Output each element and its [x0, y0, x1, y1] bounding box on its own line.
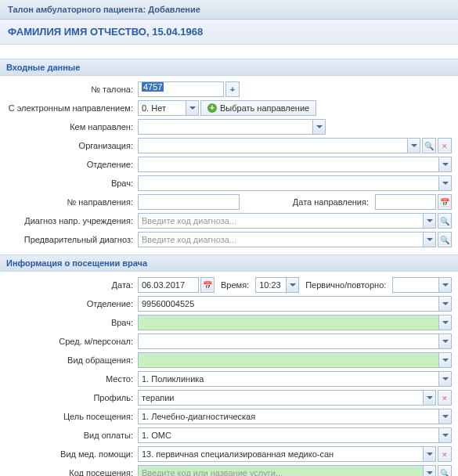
- select-direction-button[interactable]: +Выбрать направление: [200, 100, 316, 116]
- section-input-data-body: № талона: 4757 + С электронным направлен…: [0, 76, 458, 254]
- section-input-data-header: Входные данные: [0, 59, 458, 76]
- payment-select[interactable]: 1. ОМС: [138, 427, 452, 443]
- section-visit-info-header: Информация о посещении врача: [0, 254, 458, 272]
- time-label: Время:: [216, 280, 254, 290]
- search-icon: [424, 141, 434, 150]
- visit-type-label: Вид обращения:: [6, 355, 138, 365]
- add-talon-button[interactable]: +: [225, 81, 240, 97]
- section-visit-info-body: Дата: Время: 10:23 Первично/повторно: От…: [0, 272, 458, 476]
- date-label: Дата:: [6, 280, 138, 290]
- clear-icon: [442, 393, 448, 402]
- diag-inst-label: Диагноз напр. учреждения:: [6, 216, 138, 225]
- date-input[interactable]: [138, 277, 199, 293]
- visit-department-select[interactable]: 99560004525: [138, 296, 452, 312]
- visit-doctor-label: Врач:: [6, 318, 138, 327]
- primary-select[interactable]: [392, 277, 452, 293]
- time-select[interactable]: 10:23: [255, 277, 299, 293]
- direction-date-label: Дата направления:: [288, 197, 373, 207]
- search-icon: [440, 235, 449, 244]
- date-cal-button[interactable]: [200, 277, 215, 293]
- nurse-select[interactable]: [138, 334, 452, 349]
- place-label: Место:: [6, 374, 138, 384]
- profile-clear-button[interactable]: [438, 390, 452, 406]
- direction-date-input[interactable]: [375, 194, 436, 210]
- department-select[interactable]: [138, 157, 452, 172]
- visit-code-select[interactable]: Введите код или название услуги...: [138, 465, 436, 477]
- visit-doctor-select[interactable]: [138, 315, 452, 330]
- search-icon: [440, 216, 449, 225]
- search-icon: [440, 468, 449, 477]
- visit-goal-select[interactable]: 1. Лечебно-диагностическая: [138, 409, 452, 424]
- referred-by-label: Кем направлен:: [6, 122, 138, 132]
- talon-no-input[interactable]: 4757: [138, 81, 224, 97]
- organization-label: Организация:: [6, 141, 138, 150]
- med-help-select[interactable]: 13. первичная специализированная медико-…: [138, 446, 436, 462]
- med-help-label: Вид мед. помощи:: [6, 449, 138, 459]
- e-direction-label: С электронным направлением:: [6, 103, 138, 113]
- prelim-diag-label: Предварительный диагноз:: [6, 235, 138, 244]
- profile-select[interactable]: терапии: [138, 390, 436, 406]
- clear-icon: [442, 449, 448, 459]
- direction-no-input[interactable]: [138, 194, 240, 210]
- visit-goal-label: Цель посещения:: [6, 412, 138, 421]
- calendar-icon: [440, 197, 449, 207]
- clear-icon: [442, 141, 448, 150]
- visit-code-label: Код посещения:: [6, 468, 138, 477]
- visit-department-label: Отделение:: [6, 299, 138, 308]
- profile-label: Профиль:: [6, 393, 138, 402]
- primary-label: Первично/повторно:: [301, 280, 391, 290]
- direction-no-label: № направления:: [6, 197, 138, 207]
- patient-name: ФАМИЛИЯ ИМЯ ОТЧЕСТВО, 15.04.1968: [0, 20, 458, 45]
- department-label: Отделение:: [6, 160, 138, 169]
- e-direction-select[interactable]: 0. Нет: [138, 100, 199, 116]
- med-help-clear-button[interactable]: [438, 446, 452, 462]
- referred-by-select[interactable]: [138, 119, 326, 135]
- visit-code-search-button[interactable]: [438, 465, 452, 477]
- doctor-select[interactable]: [138, 175, 452, 191]
- organization-select[interactable]: [138, 138, 420, 153]
- diag-inst-search-button[interactable]: [438, 213, 452, 229]
- nurse-label: Сред. м/персонал:: [6, 337, 138, 346]
- payment-label: Вид оплаты:: [6, 431, 138, 440]
- prelim-diag-select[interactable]: Введите код диагноза...: [138, 232, 436, 247]
- calendar-icon: [203, 280, 212, 290]
- visit-type-select[interactable]: [138, 352, 452, 368]
- organization-clear-button[interactable]: [438, 138, 452, 153]
- prelim-diag-search-button[interactable]: [438, 232, 452, 247]
- diag-inst-select[interactable]: Введите код диагноза...: [138, 213, 436, 229]
- place-select[interactable]: 1. Поликлиника: [138, 371, 452, 387]
- window-title: Талон амбулаторного пациента: Добавление: [0, 0, 458, 20]
- talon-no-label: № талона:: [6, 85, 138, 94]
- organization-search-button[interactable]: [422, 138, 436, 153]
- doctor-label: Врач:: [6, 178, 138, 188]
- direction-date-cal-button[interactable]: [438, 194, 452, 210]
- plus-icon: +: [207, 103, 217, 113]
